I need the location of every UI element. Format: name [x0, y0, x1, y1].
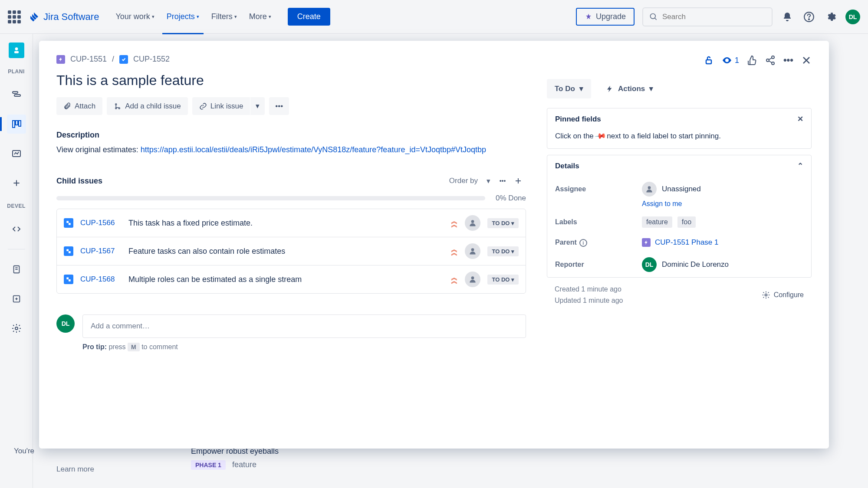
nav-more[interactable]: More▾: [245, 9, 276, 25]
child-issue-row[interactable]: CUP-1567Feature tasks can also contain r…: [57, 237, 526, 265]
rail-section-planning: PLANI: [8, 69, 25, 75]
child-summary[interactable]: Multiple roles can be estimated as a sin…: [128, 275, 444, 284]
progress-label: 0% Done: [496, 194, 526, 203]
svg-point-3: [809, 19, 809, 20]
assignee-value[interactable]: Unassigned: [642, 182, 803, 197]
attach-button[interactable]: Attach: [56, 97, 102, 115]
pages-icon[interactable]: [7, 260, 26, 279]
roadmap-icon[interactable]: [7, 85, 26, 104]
child-assignee-avatar[interactable]: [465, 215, 480, 231]
child-summary[interactable]: This task has a fixed price estimate.: [128, 219, 444, 228]
child-issue-row[interactable]: CUP-1566This task has a fixed price esti…: [57, 209, 526, 237]
code-icon[interactable]: [7, 219, 26, 239]
watch-button[interactable]: 1: [722, 55, 739, 66]
project-avatar[interactable]: [9, 43, 24, 58]
comment-input[interactable]: Add a comment…: [82, 314, 526, 338]
close-icon[interactable]: [801, 55, 812, 66]
svg-rect-33: [69, 279, 71, 282]
label-chip[interactable]: feature: [642, 216, 672, 228]
lock-icon[interactable]: [704, 55, 714, 66]
nav-filters[interactable]: Filters▾: [207, 9, 241, 25]
description[interactable]: View original estimates: https://app.est…: [56, 144, 526, 156]
child-status-dropdown[interactable]: TO DO ▾: [487, 275, 519, 285]
child-key[interactable]: CUP-1566: [80, 219, 122, 227]
created-time: Created 1 minute ago: [555, 284, 623, 295]
issue-title[interactable]: This is a sample feature: [56, 72, 526, 88]
help-icon[interactable]: [802, 10, 816, 24]
svg-rect-30: [69, 251, 71, 253]
child-issues-label: Child issues: [56, 177, 445, 186]
reporter-value[interactable]: DL Dominic De Lorenzo: [642, 257, 803, 272]
child-summary[interactable]: Feature tasks can also contain role esti…: [128, 247, 444, 256]
upgrade-button[interactable]: Upgrade: [576, 8, 635, 26]
svg-rect-29: [66, 249, 69, 251]
create-button[interactable]: Create: [288, 8, 330, 26]
child-status-dropdown[interactable]: TO DO ▾: [487, 218, 519, 228]
label-chip[interactable]: foo: [677, 216, 696, 228]
details-header[interactable]: Details ⌃: [547, 155, 811, 177]
nav-your-work[interactable]: Your work▾: [111, 9, 158, 25]
nav-projects[interactable]: Projects▾: [162, 9, 204, 25]
parent-label: Parenti: [555, 239, 642, 247]
bg-card: Empower robust eyeballs PHASE 1 feature: [191, 447, 279, 469]
notifications-icon[interactable]: [780, 10, 794, 24]
order-by-dropdown[interactable]: Order by ▾: [445, 174, 495, 188]
reporter-avatar: DL: [642, 257, 657, 272]
learn-more-link[interactable]: Learn more: [56, 465, 94, 474]
reports-icon[interactable]: [7, 144, 26, 163]
like-icon[interactable]: [747, 55, 757, 66]
actions-dropdown[interactable]: Actions▾: [598, 79, 661, 98]
child-more-icon[interactable]: •••: [495, 173, 510, 189]
add-child-button[interactable]: Add a child issue: [107, 97, 188, 115]
breadcrumb-current[interactable]: CUP-1552: [133, 55, 170, 64]
left-rail: PLANI DEVEL: [0, 34, 33, 488]
svg-point-43: [648, 186, 651, 189]
svg-rect-7: [14, 95, 20, 96]
pinned-fields-panel: Pinned fields ✕ Click on the 📌 next to a…: [547, 108, 812, 149]
configure-button[interactable]: Configure: [762, 291, 804, 299]
svg-rect-5: [14, 51, 19, 53]
app-switcher-icon[interactable]: [8, 10, 21, 23]
search-box[interactable]: [642, 7, 773, 26]
link-issue-dropdown[interactable]: ▾: [250, 97, 265, 115]
epic-icon: [642, 238, 651, 247]
assign-to-me-link[interactable]: Assign to me: [642, 200, 811, 208]
jira-logo[interactable]: Jira Software: [29, 11, 99, 23]
pinned-close-icon[interactable]: ✕: [797, 115, 803, 124]
add-shortcut-icon[interactable]: [7, 174, 26, 193]
rail-section-development: DEVEL: [7, 203, 26, 209]
settings-icon[interactable]: [824, 10, 838, 24]
search-input[interactable]: [662, 13, 766, 21]
child-assignee-avatar[interactable]: [465, 243, 480, 259]
phase-badge: PHASE 1: [191, 460, 226, 470]
breadcrumb-parent[interactable]: CUP-1551: [70, 55, 107, 64]
info-icon[interactable]: i: [579, 239, 587, 247]
bg-text: You're: [14, 447, 34, 455]
status-dropdown[interactable]: To Do▾: [547, 79, 591, 98]
user-avatar[interactable]: DL: [845, 10, 860, 24]
description-link[interactable]: https://app.estii.local/estii/deals/iRi5…: [141, 145, 486, 154]
breadcrumb: CUP-1551 / CUP-1552: [56, 55, 526, 64]
link-issue-button[interactable]: Link issue: [192, 97, 250, 115]
task-icon: [119, 55, 128, 64]
board-icon[interactable]: [7, 115, 26, 134]
child-key[interactable]: CUP-1567: [80, 247, 122, 255]
more-actions-button[interactable]: •••: [269, 97, 289, 115]
add-item-icon[interactable]: [7, 289, 26, 308]
parent-link[interactable]: CUP-1551 Phase 1: [642, 238, 803, 247]
child-issue-row[interactable]: CUP-1568Multiple roles can be estimated …: [57, 265, 526, 293]
child-assignee-avatar[interactable]: [465, 272, 480, 287]
updated-time: Updated 1 minute ago: [555, 295, 623, 306]
child-status-dropdown[interactable]: TO DO ▾: [487, 246, 519, 256]
project-settings-icon[interactable]: [7, 319, 26, 338]
progress-bar: [56, 196, 485, 200]
svg-rect-32: [66, 277, 69, 279]
svg-point-34: [471, 276, 474, 279]
child-key[interactable]: CUP-1568: [80, 275, 122, 284]
more-icon[interactable]: •••: [783, 55, 793, 66]
labels-value[interactable]: feature foo: [642, 216, 803, 228]
issue-modal: CUP-1551 / CUP-1552 This is a sample fea…: [39, 41, 829, 449]
add-child-icon[interactable]: [510, 173, 526, 189]
labels-label: Labels: [555, 218, 642, 226]
share-icon[interactable]: [765, 55, 776, 66]
